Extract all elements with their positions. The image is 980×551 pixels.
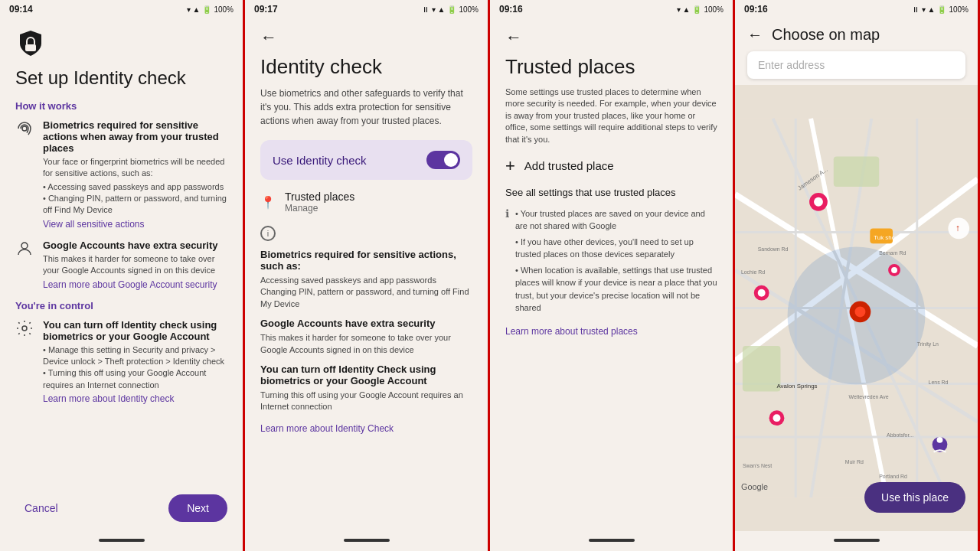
home-indicator-2 — [245, 531, 488, 551]
learn-trusted-places-link[interactable]: Learn more about trusted places — [505, 326, 638, 337]
svg-rect-0 — [25, 44, 36, 51]
panel4-body: ← Choose on map Enter address — [735, 18, 978, 531]
panel1-title: Set up Identity check — [15, 67, 227, 90]
section3-text: Turning this off using your Google Accou… — [260, 390, 472, 413]
status-icons-1: ▾ ▲ 🔋 100% — [187, 5, 234, 14]
home-indicator-3 — [490, 531, 733, 551]
info-icon-2: i — [260, 226, 276, 241]
panel3-body: ← Trusted places Some settings use trust… — [490, 18, 733, 531]
svg-text:Google: Google — [741, 482, 768, 491]
time-2: 09:17 — [254, 4, 278, 15]
address-search-input[interactable]: Enter address — [747, 51, 965, 79]
svg-text:Lochie Rd: Lochie Rd — [741, 269, 765, 275]
feature-biometrics: Biometrics required for sensitive action… — [15, 119, 227, 230]
account-icon — [15, 240, 34, 258]
svg-text:Lens Rd: Lens Rd — [929, 380, 949, 385]
shield-icon — [15, 28, 46, 58]
feature-google-accounts: Google Accounts have extra security This… — [15, 240, 227, 291]
wifi-icon: ▾ — [187, 5, 191, 14]
battery-pct-1: 100% — [214, 5, 234, 14]
section2-title: Google Accounts have extra security — [260, 318, 472, 329]
svg-point-2 — [21, 243, 28, 249]
section1-text: Accessing saved passkeys and app passwor… — [260, 275, 472, 310]
biometrics-text: Biometrics required for sensitive action… — [43, 119, 227, 230]
map-svg: Tuk shop ↑ Google — [735, 85, 978, 531]
battery-pct-4: 100% — [949, 5, 969, 14]
panel3-title: Trusted places — [505, 55, 717, 79]
battery-icon-4: 🔋 — [937, 5, 946, 14]
svg-point-31 — [773, 414, 781, 422]
svg-text:Sandown Rd: Sandown Rd — [758, 246, 789, 252]
signal-icon-4: ▲ — [928, 5, 936, 14]
svg-rect-17 — [834, 156, 879, 187]
plus-icon: + — [505, 156, 515, 176]
trusted-places-row[interactable]: 📍 Trusted places Manage — [260, 191, 472, 214]
status-bar-4: 09:16 ⏸ ▾ ▲ 🔋 100% — [735, 0, 978, 18]
pause-icon: ⏸ — [422, 5, 430, 14]
map-view[interactable]: Tuk shop ↑ Google — [735, 85, 978, 531]
time-3: 09:16 — [499, 4, 523, 15]
signal-icon-3: ▲ — [683, 5, 691, 14]
status-icons-4: ⏸ ▾ ▲ 🔋 100% — [912, 5, 969, 14]
status-icons-2: ⏸ ▾ ▲ 🔋 100% — [422, 5, 479, 14]
time-1: 09:14 — [9, 4, 33, 15]
time-4: 09:16 — [744, 4, 768, 15]
battery-icon-2: 🔋 — [447, 5, 456, 14]
toggle-switch[interactable] — [426, 151, 460, 169]
back-button-4[interactable]: ← — [747, 26, 763, 44]
panel3-desc: Some settings use trusted places to dete… — [505, 86, 717, 145]
svg-text:↑: ↑ — [956, 223, 960, 233]
fingerprint-icon — [15, 119, 34, 138]
svg-text:Portland Rd: Portland Rd — [879, 474, 907, 479]
use-identity-check-toggle[interactable]: Use Identity check — [260, 140, 472, 180]
panel1-bottom: Cancel Next — [0, 485, 243, 531]
panel-setup: 09:14 ▾ ▲ 🔋 100% Set up Identity check H… — [0, 0, 245, 551]
svg-point-3 — [22, 326, 27, 331]
svg-text:Bernam Rd: Bernam Rd — [879, 250, 906, 256]
status-bar-2: 09:17 ⏸ ▾ ▲ 🔋 100% — [245, 0, 488, 18]
svg-point-21 — [814, 197, 823, 207]
add-trusted-place-button[interactable]: + Add trusted place — [505, 156, 717, 176]
pause-icon-4: ⏸ — [912, 5, 920, 14]
learn-identity-check-link[interactable]: Learn more about Identity check — [43, 393, 174, 404]
you-in-control-label: You're in control — [15, 300, 227, 311]
trusted-places-info-section: ℹ Your trusted places are saved on your … — [505, 207, 717, 318]
panel1-body: Set up Identity check How it works Biome… — [0, 18, 243, 485]
cancel-button[interactable]: Cancel — [15, 496, 67, 520]
map-title: Choose on map — [772, 26, 880, 44]
back-button-3[interactable]: ← — [505, 28, 717, 47]
svg-point-1 — [22, 126, 27, 131]
section3-title: You can turn off Identity Check using bi… — [260, 364, 472, 386]
settings-icon — [15, 319, 34, 337]
svg-point-27 — [891, 267, 897, 273]
search-placeholder: Enter address — [758, 59, 825, 71]
svg-text:Trinity Ln: Trinity Ln — [917, 341, 939, 347]
signal-icon: ▲ — [193, 5, 201, 14]
status-bar-1: 09:14 ▾ ▲ 🔋 100% — [0, 0, 243, 18]
panel2-body: ← Identity check Use biometrics and othe… — [245, 18, 488, 531]
section1-title: Biometrics required for sensitive action… — [260, 249, 472, 272]
google-accounts-text: Google Accounts have extra security This… — [43, 240, 227, 291]
home-indicator-4 — [735, 531, 978, 551]
google-account-security-link[interactable]: Learn more about Google Account security — [43, 279, 217, 290]
svg-text:Avalon Springs: Avalon Springs — [776, 383, 817, 390]
info-icon-3: ℹ — [505, 207, 509, 318]
status-icons-3: ▾ ▲ 🔋 100% — [677, 5, 724, 14]
toggle-label: Use Identity check — [273, 154, 367, 167]
svg-point-29 — [855, 307, 866, 318]
how-it-works-label: How it works — [15, 100, 227, 112]
battery-icon-3: 🔋 — [692, 5, 701, 14]
next-button[interactable]: Next — [168, 494, 227, 522]
panel-trusted-places: 09:16 ▾ ▲ 🔋 100% ← Trusted places Some s… — [490, 0, 735, 551]
learn-identity-check-link-2[interactable]: Learn more about Identity Check — [260, 423, 394, 434]
view-sensitive-link[interactable]: View all sensitive actions — [43, 219, 145, 230]
home-indicator-1 — [0, 531, 243, 551]
section2-text: This makes it harder for someone to take… — [260, 332, 472, 356]
svg-point-33 — [937, 437, 943, 443]
svg-text:Tuk shop: Tuk shop — [874, 234, 899, 241]
add-trusted-label: Add trusted place — [524, 159, 614, 172]
back-button-2[interactable]: ← — [260, 28, 472, 47]
use-this-place-button[interactable]: Use this place — [864, 482, 965, 513]
feature-turn-off: You can turn off Identity check using bi… — [15, 319, 227, 406]
svg-rect-18 — [743, 346, 781, 391]
